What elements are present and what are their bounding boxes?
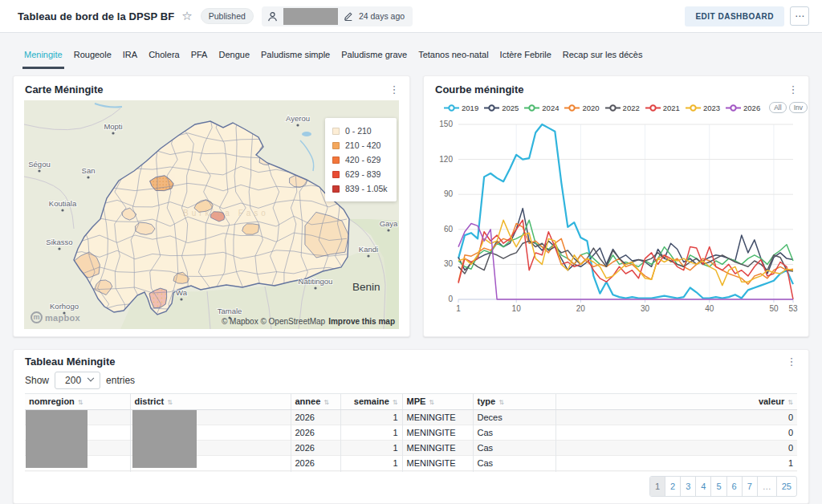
page-2[interactable]: 2	[665, 477, 681, 496]
more-options-button[interactable]	[790, 6, 809, 26]
edit-dashboard-button[interactable]: EDIT DASHBOARD	[685, 6, 784, 26]
table-card: Tableau Méningite Show 200 entries nomre…	[13, 349, 809, 504]
status-badge: Published	[201, 8, 254, 24]
map-legend-item: 210 - 420	[332, 140, 389, 150]
legend-item-2026[interactable]: 2026	[726, 104, 760, 112]
map-attribution: © Mapbox © OpenStreetMapImprove this map	[222, 317, 395, 326]
tab-ict-re-febrile[interactable]: Ictère Febrile	[500, 43, 551, 69]
pencil-icon	[344, 11, 353, 21]
column-header-type[interactable]: type	[473, 394, 555, 409]
column-header-annee[interactable]: annee	[291, 394, 340, 409]
city-label: Kandi	[359, 245, 378, 254]
city-label: Mopti	[104, 122, 122, 131]
legend-item-2019[interactable]: 2019	[444, 104, 478, 112]
city-label: Gaya	[380, 219, 398, 228]
tab-meningite[interactable]: Meningite	[24, 43, 63, 69]
city-label: San	[82, 166, 96, 175]
column-header-valeur[interactable]: valeur	[555, 394, 797, 409]
line-chart: 03060901201501102030405053	[434, 116, 798, 317]
benin-label: Benin	[352, 281, 380, 293]
map-legend-item: 839 - 1.05k	[332, 184, 389, 193]
pagination: 1234567…25	[649, 476, 797, 497]
city-label: Wa	[176, 288, 188, 297]
tab-dengue[interactable]: Dengue	[218, 43, 250, 69]
chevron-down-icon	[87, 375, 94, 381]
legend-item-2025[interactable]: 2025	[484, 104, 519, 112]
table-card-title: Tableau Méningite	[25, 356, 115, 368]
legend-item-2020[interactable]: 2020	[564, 104, 599, 112]
tab-recap-sur-les-d-c-s[interactable]: Recap sur les décès	[563, 43, 643, 69]
column-header-semaine[interactable]: semaine	[340, 394, 402, 409]
city-label: Natitingou	[299, 277, 333, 286]
city-label: Koutiala	[49, 199, 77, 208]
svg-text:90: 90	[444, 189, 454, 198]
legend-item-2021[interactable]: 2021	[645, 104, 680, 112]
chart-card: Courbe méningite 20192025202420202022202…	[423, 75, 809, 337]
table-row: 20261MENINGITECas0	[25, 470, 797, 472]
page-…[interactable]: …	[758, 477, 777, 496]
column-header-district[interactable]: district	[130, 394, 291, 409]
last-edited: 24 days ago	[359, 11, 405, 21]
map-legend-item: 629 - 839	[332, 169, 389, 179]
city-label: Ségou	[28, 160, 50, 169]
tab-pfa[interactable]: PFA	[191, 43, 208, 69]
svg-text:20: 20	[576, 304, 586, 313]
tab-cholera[interactable]: Cholera	[149, 43, 180, 69]
svg-text:150: 150	[439, 120, 453, 128]
map-legend-item: 0 - 210	[332, 126, 389, 136]
chart-card-title: Courbe méningite	[435, 83, 524, 96]
map-legend: 0 - 210210 - 420420 - 629629 - 839839 - …	[325, 118, 397, 201]
page-25[interactable]: 25	[777, 477, 796, 496]
data-table-wrap: nomregiondistrictanneesemaineMPEtypevale…	[25, 393, 797, 472]
page-1[interactable]: 1	[650, 477, 665, 496]
owner-info: 24 days ago	[262, 6, 413, 26]
page-5[interactable]: 5	[711, 477, 726, 496]
owner-name-redacted	[283, 8, 338, 25]
chart-card-menu-icon[interactable]	[787, 83, 799, 96]
svg-text:60: 60	[444, 225, 454, 234]
page-6[interactable]: 6	[727, 477, 743, 496]
tab-paludisme-grave[interactable]: Paludisme grave	[341, 43, 407, 69]
legend-item-2024[interactable]: 2024	[524, 104, 559, 112]
page-4[interactable]: 4	[696, 477, 711, 496]
person-icon	[267, 11, 278, 22]
legend-item-2023[interactable]: 2023	[686, 104, 720, 112]
svg-text:53: 53	[788, 304, 798, 313]
city-label: Sikasso	[46, 238, 72, 246]
svg-text:40: 40	[705, 304, 714, 313]
table-card-menu-icon[interactable]	[786, 356, 797, 368]
page-7[interactable]: 7	[743, 477, 758, 496]
show-label: Show	[25, 375, 49, 386]
tab-ira[interactable]: IRA	[123, 43, 137, 69]
improve-map-link[interactable]: Improve this map	[328, 317, 395, 326]
tab-paludisme-simple[interactable]: Paludisme simple	[261, 43, 330, 69]
chart-legend: 20192025202420202022202120232026AllInv	[424, 100, 808, 113]
svg-text:120: 120	[439, 155, 453, 164]
legend-item-2022[interactable]: 2022	[605, 104, 640, 112]
column-header-nomregion[interactable]: nomregion	[25, 394, 130, 409]
country-watermark: Burkina Faso	[183, 209, 269, 217]
city-label: Tamale	[218, 307, 242, 315]
svg-text:30: 30	[641, 304, 650, 313]
svg-text:50: 50	[769, 304, 779, 313]
tab-tetanos-neo-natal[interactable]: Tetanos neo-natal	[418, 43, 488, 69]
district-redacted	[132, 410, 197, 468]
map-card-menu-icon[interactable]	[389, 83, 400, 96]
all-button[interactable]: All	[769, 102, 786, 113]
city-label: Korhogo	[50, 302, 79, 311]
tab-rougeole[interactable]: Rougeole	[74, 43, 112, 69]
map[interactable]: Burkina Faso MoptiSégouSanAyerouKoutiala…	[24, 100, 399, 329]
column-header-mpe[interactable]: MPE	[402, 394, 473, 409]
svg-text:1: 1	[456, 304, 461, 313]
inv-button[interactable]: Inv	[789, 102, 808, 113]
star-icon[interactable]	[181, 9, 192, 23]
page-3[interactable]: 3	[681, 477, 696, 496]
topbar: Tableau de bord de la DPSP BF Published …	[0, 0, 822, 33]
city-label: Ayerou	[286, 114, 310, 123]
entries-label: entries	[106, 375, 135, 386]
svg-text:0: 0	[448, 295, 453, 303]
dashboard-tabs: MeningiteRougeoleIRACholeraPFADenguePalu…	[24, 43, 809, 69]
mapbox-logo: mmapbox	[31, 311, 80, 323]
entries-select[interactable]: 200	[55, 372, 100, 389]
nomregion-redacted	[26, 410, 87, 468]
